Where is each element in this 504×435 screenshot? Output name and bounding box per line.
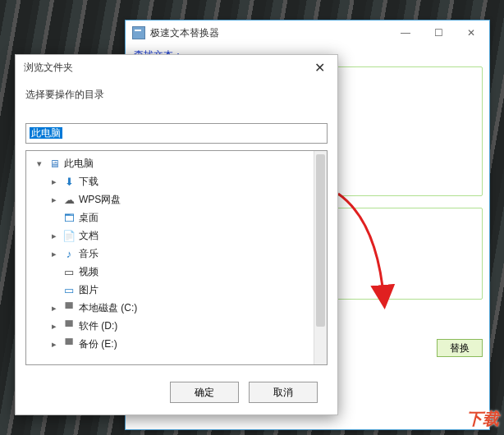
tree-item[interactable]: ▸▀软件 (D:) [44,317,327,335]
doc-icon: 📄 [62,229,76,242]
tree-item[interactable]: ▸📄文档 [44,227,327,245]
tree-item[interactable]: ▸♪音乐 [44,245,327,263]
tree-item[interactable]: ▸☁WPS网盘 [44,190,327,208]
main-title: 极速文本替换器 [150,26,389,40]
tree-expander[interactable]: ▸ [49,321,59,332]
ok-button[interactable]: 确定 [170,382,239,403]
tree-expander[interactable]: ▸ [49,195,59,205]
browse-folder-dialog: 浏览文件夹 ✕ 选择要操作的目录 此电脑 ▾🖥此电脑▸⬇下载▸☁WPS网盘 🗔桌… [15,54,338,415]
tree-item-label: 此电脑 [64,157,94,171]
tree-scrollbar[interactable] [314,151,327,364]
tree-item[interactable]: ▭视频 [44,263,327,281]
tree-expander[interactable]: ▸ [49,339,59,350]
folder-tree[interactable]: ▾🖥此电脑▸⬇下载▸☁WPS网盘 🗔桌面▸📄文档▸♪音乐 ▭视频 ▭图片▸▀本地… [25,150,328,365]
tree-expander[interactable]: ▾ [34,158,44,169]
tree-item-label: 桌面 [79,211,99,225]
pic-icon: ▭ [62,283,76,296]
cancel-button[interactable]: 取消 [249,382,318,403]
tree-expander[interactable]: ▸ [49,249,59,259]
watermark: 下载 [466,408,499,430]
minimize-button[interactable]: — [389,22,422,44]
selected-path-input[interactable]: 此电脑 [25,123,328,144]
tree-item-label: 文档 [79,229,99,243]
main-titlebar: 极速文本替换器 — ☐ ✕ [126,21,489,45]
tree-item-label: 本地磁盘 (C:) [79,301,137,315]
tree-expander[interactable]: ▸ [49,303,59,314]
tree-expander[interactable]: ▸ [49,231,59,241]
dialog-close-button[interactable]: ✕ [309,57,329,77]
tree-item-label: 视频 [79,265,99,279]
drive-icon: ▀ [62,337,76,350]
tree-item[interactable]: ▸▀本地磁盘 (C:) [44,299,327,317]
tree-item[interactable]: ▭图片 [44,281,327,299]
dialog-titlebar: 浏览文件夹 ✕ [16,55,337,80]
maximize-button[interactable]: ☐ [422,22,455,44]
close-button[interactable]: ✕ [455,22,488,44]
dialog-title: 浏览文件夹 [24,61,309,75]
drive-icon: ▀ [62,301,76,314]
app-icon [132,26,145,39]
video-icon: ▭ [62,265,76,278]
tree-item-label: 音乐 [79,247,99,261]
desk-icon: 🗔 [62,211,76,224]
replace-button[interactable]: 替换 [437,339,483,357]
tree-item-label: 软件 (D:) [79,319,117,333]
tree-item[interactable]: 🗔桌面 [44,208,327,227]
drive-icon: ▀ [62,319,76,332]
tree-item[interactable]: ▾🖥此电脑 [30,154,327,172]
selected-path-text: 此电脑 [30,127,62,139]
tree-item-label: 图片 [79,283,99,297]
down-icon: ⬇ [62,175,76,188]
tree-item[interactable]: ▸▀备份 (E:) [44,335,327,353]
music-icon: ♪ [62,247,76,260]
cloud-icon: ☁ [62,193,76,206]
tree-item-label: 下载 [79,175,99,189]
pc-icon: 🖥 [48,157,61,170]
tree-item-label: WPS网盘 [79,193,121,207]
tree-item[interactable]: ▸⬇下载 [44,172,327,190]
scrollbar-thumb[interactable] [316,154,325,327]
dialog-prompt: 选择要操作的目录 [16,80,337,110]
tree-expander[interactable]: ▸ [49,176,59,187]
tree-item-label: 备份 (E:) [79,337,117,351]
